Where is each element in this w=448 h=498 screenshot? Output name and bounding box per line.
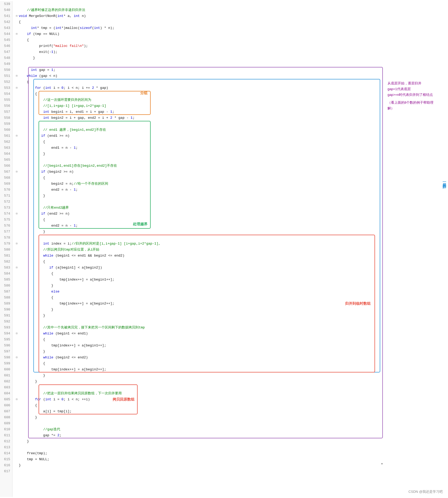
code-line-554: { bbox=[15, 91, 383, 97]
code-line-612: } bbox=[15, 438, 383, 444]
code-line-615: tmp = NULL; bbox=[15, 456, 383, 462]
fold-icon-544[interactable]: ⊟ bbox=[15, 33, 18, 36]
code-line-553: ⊟ for (int i = 0; i < n; i += 2 * gap) bbox=[15, 85, 383, 91]
code-line-605: ⊟ for (int i = 0; i < n; ++i) bbox=[15, 396, 383, 402]
fold-icon-551[interactable]: ⊟ bbox=[15, 74, 18, 78]
code-line-556: //[i,i+gap-1] [i+gap,i+2*gap-1] bbox=[15, 103, 383, 109]
code-line-590: } bbox=[15, 307, 383, 313]
annotation-layer: 一层的归并 bbox=[442, 180, 447, 182]
annotation-gapN: gap>=n时代表归并到了根结点 bbox=[388, 92, 446, 98]
code-line-593: //其中一个先被拷贝完，接下来把另一个区间剩下的数据拷贝到tmp bbox=[15, 325, 383, 331]
code-line-548: } bbox=[15, 55, 383, 61]
code-line-539 bbox=[15, 1, 383, 7]
right-panel: 从底层开始，逐层归并 gap=1代表底层 gap>=n时代表归并到了根结点 （看… bbox=[385, 0, 448, 498]
code-line-562: { bbox=[15, 139, 383, 145]
code-line-582: { bbox=[15, 259, 383, 265]
code-line-543: int* tmp = (int*)malloc(sizeof(int) * n)… bbox=[15, 25, 383, 31]
fold-icon-598[interactable]: ⊟ bbox=[15, 356, 18, 359]
code-line-577: } bbox=[15, 229, 383, 235]
annotation-example2: 解） bbox=[388, 105, 446, 111]
code-line-557: int begin1 = i, end1 = i + gap - 1; bbox=[15, 109, 383, 115]
code-line-567: ⊟ if (begin2 >= n) bbox=[15, 169, 383, 175]
code-line-591: } bbox=[15, 313, 383, 319]
code-line-573: //只有end2越界 bbox=[15, 205, 383, 211]
code-line-559 bbox=[15, 121, 383, 127]
code-line-555: //这一次循环需要归并的区间为 bbox=[15, 97, 383, 103]
code-line-614: free(tmp); bbox=[15, 450, 383, 456]
csdn-watermark: CSDN @我还是学习吧 bbox=[408, 489, 443, 494]
code-line-609 bbox=[15, 420, 383, 426]
code-line-541: ⊟void MergeSortNonR(int* a, int n) bbox=[15, 13, 383, 19]
code-line-568: { bbox=[15, 175, 383, 181]
code-line-565 bbox=[15, 157, 383, 163]
code-line-561: ⊟ if (end1 >= n) bbox=[15, 133, 383, 139]
code-line-585: tmp[index++] = a[begin1++]; bbox=[15, 277, 383, 283]
fold-icon-561[interactable]: ⊟ bbox=[15, 134, 18, 138]
code-line-601: } bbox=[15, 372, 383, 378]
code-line-604: //把这一层归并结果拷贝回原数组，下一次归并要用 bbox=[15, 390, 383, 396]
main-container: 539 540 541 542 543 544 545 546 547 548 … bbox=[0, 0, 448, 498]
code-line-592 bbox=[15, 319, 383, 325]
code-line-571: } bbox=[15, 193, 383, 199]
code-line-613 bbox=[15, 444, 383, 450]
code-line-570: end2 = n - 1; bbox=[15, 187, 383, 193]
line-numbers: 539 540 541 542 543 544 545 546 547 548 … bbox=[0, 1, 13, 497]
code-line-611: gap *= 2; bbox=[15, 432, 383, 438]
code-line-542: { bbox=[15, 19, 383, 25]
code-line-596: tmp[index++] = a[begin1++]; bbox=[15, 343, 383, 348]
annotation-title: 从底层开始，逐层归并 bbox=[388, 80, 446, 86]
code-line-563: end1 = n - 1; bbox=[15, 145, 383, 151]
code-line-578 bbox=[15, 235, 383, 241]
code-line-602: } bbox=[15, 378, 383, 384]
code-line-566: //[begin1,end1]存在[begin2,end2]不存在 bbox=[15, 163, 383, 169]
code-line-599: { bbox=[15, 360, 383, 366]
fold-icon-574[interactable]: ⊟ bbox=[15, 212, 18, 215]
code-line-586: } bbox=[15, 283, 383, 289]
code-line-600: tmp[index++] = a[begin2++]; bbox=[15, 366, 383, 372]
code-line-588: { bbox=[15, 295, 383, 301]
code-line-595: { bbox=[15, 337, 383, 343]
code-line-616: } bbox=[15, 462, 383, 468]
dot-marker: • bbox=[381, 462, 383, 467]
fold-icon-583[interactable]: ⊟ bbox=[15, 266, 18, 269]
code-line-576: end2 = n - 1; bbox=[15, 223, 383, 229]
code-line-550: int gap = 1; bbox=[15, 67, 383, 73]
code-line-603 bbox=[15, 384, 383, 390]
code-line-608: } bbox=[15, 414, 383, 420]
fold-icon-541[interactable]: ⊟ bbox=[15, 15, 18, 18]
code-line-558: int begin2 = i + gap, end2 = i + 2 * gap… bbox=[15, 115, 383, 121]
code-line-551: ⊟ while (gap < n) bbox=[15, 73, 383, 79]
fold-icon-553[interactable]: ⊟ bbox=[15, 86, 18, 90]
code-area: //越界时修正边界的归并非递归归并法 ⊟void MergeSortNonR(i… bbox=[13, 1, 385, 497]
code-line-575: { bbox=[15, 217, 383, 223]
code-line-597: } bbox=[15, 348, 383, 354]
code-line-574: ⊟ if (end2 >= n) bbox=[15, 211, 383, 217]
code-line-587: else bbox=[15, 289, 383, 295]
code-line-606: { bbox=[15, 402, 383, 408]
code-line-584: { bbox=[15, 271, 383, 277]
code-line-552: { bbox=[15, 79, 383, 85]
code-line-598: ⊟ while (begin2 <= end2) bbox=[15, 354, 383, 360]
code-line-540: //越界时修正边界的归并非递归归并法 bbox=[15, 7, 383, 13]
code-line-579: ⊟ int index = i;//归并的区间对是[i,i+gap-1] [i+… bbox=[15, 241, 383, 247]
annotation-gap1: gap=1代表底层 bbox=[388, 86, 446, 92]
code-line-583: ⊟ if (a[begin1] < a[begin2]) bbox=[15, 265, 383, 271]
code-line-617 bbox=[15, 468, 383, 474]
code-line-580: //所以拷贝到tmp对应位置，从i开始 bbox=[15, 247, 383, 253]
code-line-607: a[i] = tmp[i]; bbox=[15, 408, 383, 414]
code-line-546: printf("malloc fail\n"); bbox=[15, 43, 383, 49]
annotation-example1: （看上面的8个数的例子帮助理 bbox=[388, 100, 446, 105]
code-line-594: ⊟ while (begin1 <= end1) bbox=[15, 331, 383, 337]
fold-icon-605[interactable]: ⊟ bbox=[15, 398, 18, 401]
code-line-569: begin2 = n;//给一个不存在的区间 bbox=[15, 181, 383, 187]
code-line-572 bbox=[15, 199, 383, 205]
fold-icon-567[interactable]: ⊟ bbox=[15, 170, 18, 173]
code-line-610: //gap迭代 bbox=[15, 426, 383, 432]
fold-icon-594[interactable]: ⊟ bbox=[15, 332, 18, 335]
code-line-581: while (begin1 <= end1 && begin2 <= end2) bbox=[15, 253, 383, 259]
code-line-560: // end1 越界，[begin1,end2]不存在 bbox=[15, 127, 383, 133]
code-panel: 539 540 541 542 543 544 545 546 547 548 … bbox=[0, 0, 385, 498]
fold-icon-579[interactable]: ⊟ bbox=[15, 242, 18, 245]
code-line-547: exit(-1); bbox=[15, 49, 383, 55]
code-line-544: ⊟ if (tmp == NULL) bbox=[15, 31, 383, 37]
